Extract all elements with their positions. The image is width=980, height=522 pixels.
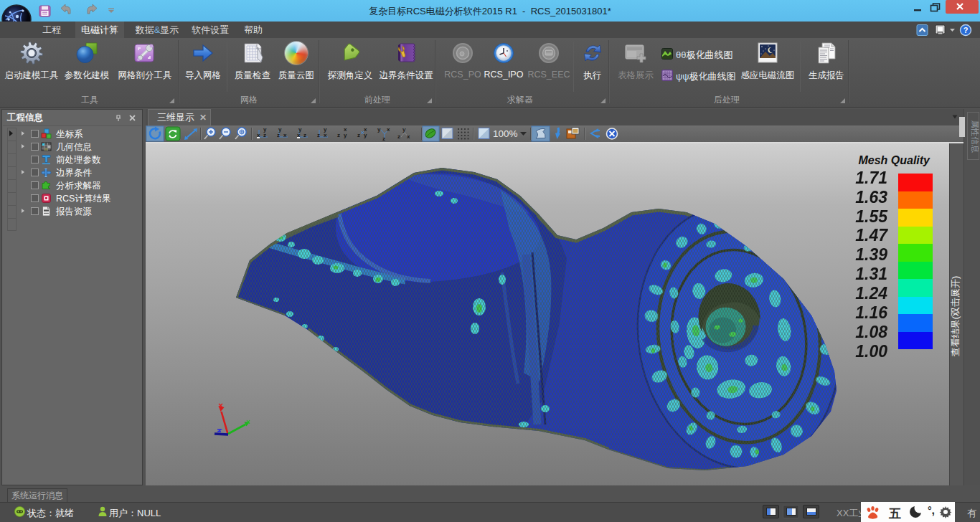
- svg-text:x: x: [283, 132, 287, 138]
- svg-text:y: y: [344, 132, 347, 138]
- svg-text:z: z: [382, 136, 385, 142]
- svg-text:y: y: [364, 132, 367, 138]
- svg-text:x: x: [324, 132, 327, 138]
- svg-text:y: y: [298, 126, 302, 133]
- svg-text:x: x: [407, 133, 410, 140]
- svg-text:?: ?: [963, 26, 969, 34]
- svg-text:z: z: [277, 132, 280, 138]
- svg-text:z: z: [357, 132, 360, 138]
- svg-text:y: y: [263, 126, 267, 133]
- svg-text:z: z: [303, 132, 306, 138]
- svg-text:x: x: [344, 126, 347, 133]
- svg-text:y: y: [324, 126, 327, 133]
- svg-text:y: y: [278, 126, 282, 133]
- svg-text:x: x: [364, 126, 367, 133]
- svg-text:z: z: [263, 132, 266, 138]
- svg-text:z: z: [317, 132, 320, 138]
- svg-text:100%: 100%: [493, 128, 518, 139]
- svg-text:z: z: [337, 132, 340, 138]
- svg-text:x: x: [387, 126, 390, 133]
- svg-text:z: z: [397, 133, 400, 140]
- svg-text:y: y: [402, 126, 406, 133]
- svg-text:y: y: [377, 126, 381, 133]
